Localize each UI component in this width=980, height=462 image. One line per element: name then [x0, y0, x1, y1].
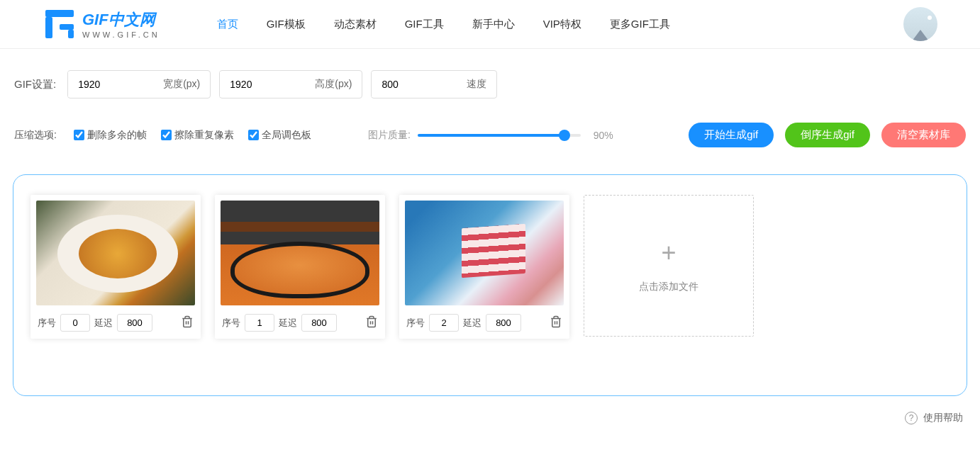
quality-label: 图片质量: [368, 129, 411, 142]
frame-image[interactable] [36, 201, 195, 305]
frame-index-label: 序号 [406, 317, 425, 329]
svg-rect-3 [68, 30, 74, 38]
height-input-group: 高度(px) [219, 70, 362, 98]
svg-rect-1 [45, 17, 52, 38]
checkbox-input-global-palette[interactable] [248, 130, 259, 140]
width-input[interactable] [68, 72, 153, 97]
frame-index-input[interactable] [429, 314, 459, 332]
frame-card: 序号 延迟 [399, 195, 569, 339]
frame-image[interactable] [221, 201, 379, 305]
frame-index-label: 序号 [38, 317, 56, 329]
logo-subtitle: WWW.GIF.CN [82, 30, 160, 39]
frame-index-input[interactable] [60, 314, 90, 332]
frame-image[interactable] [405, 201, 564, 305]
checkbox-label-erase-dup: 擦除重复像素 [174, 129, 234, 142]
nav-animated-assets[interactable]: 动态素材 [334, 18, 377, 31]
help-icon[interactable]: ? [905, 412, 918, 424]
svg-rect-0 [45, 10, 74, 17]
site-logo[interactable]: GIF中文网 WWW.GIF.CN [43, 7, 160, 41]
nav-templates[interactable]: GIF模板 [267, 18, 306, 31]
nav-home[interactable]: 首页 [217, 18, 238, 31]
frame-index-label: 序号 [222, 317, 240, 329]
reverse-generate-button[interactable]: 倒序生成gif [785, 123, 870, 147]
checkbox-label-global-palette: 全局调色板 [262, 129, 311, 142]
svg-rect-2 [60, 24, 74, 30]
frame-delay-input[interactable] [301, 314, 337, 332]
frame-delay-label: 延迟 [94, 317, 113, 329]
quality-slider-fill [418, 134, 564, 137]
frame-delay-input[interactable] [486, 314, 521, 332]
frame-delay-label: 延迟 [279, 317, 297, 329]
quality-slider[interactable] [418, 134, 581, 137]
width-suffix: 宽度(px) [153, 71, 210, 98]
speed-input-group: 速度 [371, 70, 497, 98]
frame-card: 序号 延迟 [215, 195, 385, 339]
nav-vip[interactable]: VIP特权 [543, 18, 581, 31]
start-generate-button[interactable]: 开始生成gif [689, 123, 774, 147]
checkbox-input-remove-extra[interactable] [74, 130, 84, 140]
help-link[interactable]: 使用帮助 [923, 412, 963, 424]
logo-title: GIF中文网 [82, 9, 160, 30]
checkbox-label-remove-extra: 删除多余的帧 [87, 129, 147, 142]
add-file-label: 点击添加文件 [639, 281, 698, 293]
compress-options-label: 压缩选项: [14, 129, 57, 142]
user-avatar[interactable] [903, 7, 937, 41]
checkbox-erase-duplicate-pixels[interactable]: 擦除重复像素 [161, 129, 234, 142]
trash-icon[interactable] [550, 315, 562, 330]
checkbox-input-erase-dup[interactable] [161, 130, 172, 140]
gif-settings-label: GIF设置: [14, 78, 56, 91]
nav-gif-tools[interactable]: GIF工具 [405, 18, 444, 31]
plus-icon: + [661, 238, 676, 268]
speed-input[interactable] [372, 72, 457, 97]
height-input[interactable] [220, 72, 305, 97]
nav-newbie-center[interactable]: 新手中心 [472, 18, 515, 31]
trash-icon[interactable] [181, 315, 194, 330]
clear-materials-button[interactable]: 清空素材库 [881, 123, 966, 147]
frame-delay-label: 延迟 [463, 317, 481, 329]
frame-card: 序号 延迟 [30, 195, 201, 339]
width-input-group: 宽度(px) [67, 70, 211, 98]
height-suffix: 高度(px) [305, 71, 362, 98]
material-library: 序号 延迟 序号 延迟 序号 延迟 [13, 174, 967, 396]
main-nav: 首页 GIF模板 动态素材 GIF工具 新手中心 VIP特权 更多GIF工具 [217, 18, 903, 31]
speed-suffix: 速度 [457, 71, 496, 98]
quality-slider-thumb[interactable] [559, 130, 570, 141]
checkbox-remove-extra-frames[interactable]: 删除多余的帧 [74, 129, 147, 142]
frame-delay-input[interactable] [117, 314, 152, 332]
frame-index-input[interactable] [245, 314, 274, 332]
trash-icon[interactable] [365, 315, 378, 330]
checkbox-global-palette[interactable]: 全局调色板 [248, 129, 311, 142]
nav-more-tools[interactable]: 更多GIF工具 [610, 18, 670, 31]
logo-icon [43, 7, 77, 41]
add-file-card[interactable]: + 点击添加文件 [584, 195, 754, 337]
quality-value: 90% [594, 130, 613, 141]
